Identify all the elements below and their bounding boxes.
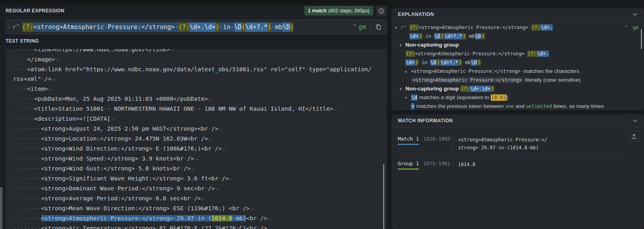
chevron-down-icon[interactable] [632,119,638,123]
test-string-editor[interactable]: ······<link>https://www.ndbc.noaa.gov/</… [6,49,387,229]
tree-expand-icon[interactable]: ▾ [405,94,411,102]
space-dot: · [34,175,37,182]
space-dot: · [201,106,205,112]
line-break-icon: ↵ [216,186,219,192]
text-segment-esc: \D [234,22,242,32]
space-dot: · [466,69,468,74]
space-dot: · [138,125,142,132]
space-dot: · [246,106,250,112]
test-string-content[interactable]: ······<link>https://www.ndbc.noaa.gov/</… [13,49,375,229]
copy-regex-button[interactable] [374,23,386,30]
space-dot: · [90,125,93,132]
editor-scrollbar-thumb[interactable] [383,164,384,229]
match-value: <strong>Atmospheric·Pressure:</strong>·2… [453,135,547,152]
regex-info-button[interactable] [376,6,386,16]
space-dot: · [204,215,208,221]
page-scrollbar-thumb[interactable] [641,29,642,49]
space-dot: · [34,205,37,211]
space-dot: · [107,215,111,221]
export-matches-button[interactable] [628,131,639,142]
space-dot: · [419,60,421,65]
space-dot: · [27,125,31,132]
regex-flags[interactable]: gm [358,23,366,31]
explanation-row[interactable]: + matches the previous token between one… [391,102,644,110]
explanation-row[interactable]: ▾Non-capturing group (?:\d+.\d+) [391,84,644,93]
explanation-row[interactable]: ▾r" (?:<strong>Atmospheric·Pressure:</st… [391,23,644,32]
explanation-row[interactable]: \d+)·in·\D(\d+?.*)·mb\D) [391,32,644,41]
test-line[interactable]: ········<strong>Location:</strong>·24.47… [13,134,375,144]
test-line[interactable]: ········<strong>Atmospheric·Pressure:</s… [13,213,375,223]
match-value-line: 1014.8 [458,160,475,168]
regex-section-title: REGULAR EXPRESSION [6,8,65,14]
text-segment-value: <strong>Atmospheric·Pressure:</ [458,137,547,143]
test-line[interactable]: ······<description><![CDATA[↵ [13,114,375,124]
line-break-icon: ↵ [209,136,212,142]
explanation-row[interactable]: \d+)·in·\D(\d+?.*)·mb\D) [391,58,644,67]
test-line[interactable]: ········<strong>Average·Period:</strong>… [13,194,375,204]
text-segment-group: (?: [22,22,33,32]
explanation-row[interactable]: ▾\d matches a digit (equivalent to [0-9]… [391,93,644,102]
match-count-badge: 1 match (402 steps, 340µs) [304,6,373,16]
space-dot: · [23,145,27,152]
tree-expand-icon[interactable]: ▾ [395,23,401,32]
space-dot: · [173,215,177,221]
test-line[interactable]: ········<strong>Wind·Speed:</strong>·3.9… [13,154,375,164]
test-line[interactable]: ····<atom:link·href="https://www.ndbc.no… [13,65,375,84]
test-line[interactable]: ········<strong>Dominant·Wave·Period:</s… [13,184,375,194]
space-dot: · [114,185,117,192]
test-line[interactable]: ······<title>Station·51001·-·NORTHWESTER… [13,104,375,114]
space-dot: · [121,96,125,102]
match-label[interactable]: Group 1 [398,160,423,170]
text-segment-green: unlimited [526,104,552,109]
space-dot: · [470,51,472,57]
text-segment-goldchip: [0-9] [491,94,507,101]
space-dot: · [34,215,37,221]
tree-expand-icon[interactable]: ▾ [399,85,405,93]
test-line[interactable]: ········<strong>August·24,·2025·2:50·pm·… [13,124,375,134]
match-label[interactable]: Match 1 [398,135,423,145]
test-line[interactable]: ········<strong>Wind·Gust:</strong>·5.8·… [13,164,375,174]
explanation-row[interactable]: ▾Non-capturing group [391,41,644,49]
test-line[interactable]: ······<pubDate>Mon,·25·Aug·2025·01:11:03… [13,94,375,104]
test-line[interactable]: ····<item>↵ [13,84,375,94]
test-line[interactable]: ········<strong>Significant·Wave·Height:… [13,174,375,184]
test-line[interactable]: ····</image>↵ [13,55,375,65]
text-segment-lit: ·mb [271,22,282,32]
space-dot: · [83,205,86,211]
space-dot: · [104,23,108,31]
text-segment-plain: ········<strong>Mean·Wave·Direction:</st… [13,205,250,211]
explanation-row[interactable]: ▸<strong>Atmospheric·Pressure:</strong>·… [391,67,644,76]
drag-handle-icon[interactable]: ⁞ [6,23,12,30]
test-line[interactable]: ········<strong>Wind·Direction:</strong>… [13,144,375,154]
tree-collapsed-icon[interactable]: ▸ [405,67,411,76]
test-line[interactable]: ········<strong>Mean·Wave·Direction:</st… [13,204,375,213]
space-dot: · [27,155,31,162]
tree-expand-icon[interactable]: ▾ [399,41,405,49]
space-dot: · [27,106,31,112]
text-segment-lit: <strong>Atmospheric·Pressure:</strong>· [415,51,527,57]
text-segment-mono: <strong>Atmospheric·Pressure:</strong>· [411,69,523,74]
left-panel: REGULAR EXPRESSION 1 match (402 steps, 3… [0,0,388,229]
space-dot: · [13,165,17,172]
text-segment-esc: \d+ [405,59,415,66]
explanation-row[interactable]: (?:<strong>Atmospheric·Pressure:</strong… [391,49,644,58]
explanation-row[interactable]: <strong>Atmospheric Pressure:</strong> l… [391,76,644,84]
text-segment-sans: ) [507,94,509,100]
text-segment-green: one [505,104,514,109]
text-segment-sans: literally (case sensitive) [524,77,581,83]
chevron-down-icon[interactable] [632,13,638,16]
regex-input[interactable]: ⁞ r" (?:<strong>Atmospheric·Pressure:</s… [6,20,387,34]
space-dot: · [135,165,139,172]
space-dot: · [218,175,222,182]
text-segment-group: ( [437,59,440,66]
test-line[interactable]: ········<strong>Air·Temperature:</strong… [13,223,375,229]
space-dot: · [13,56,17,63]
regex-pattern[interactable]: (?:<strong>Atmospheric·Pressure:</strong… [22,23,294,31]
space-dot: · [20,155,23,162]
test-line[interactable]: ······<link>https://www.ndbc.noaa.gov/</… [13,49,375,55]
space-dot: · [27,96,31,102]
regex-delimiter-open: r" [12,23,20,31]
left-scrollbar-thumb[interactable] [0,187,2,229]
text-segment-plain: ········<strong>Dominant·Wave·Period:</s… [13,185,215,192]
text-segment-group: (?: [460,86,470,92]
